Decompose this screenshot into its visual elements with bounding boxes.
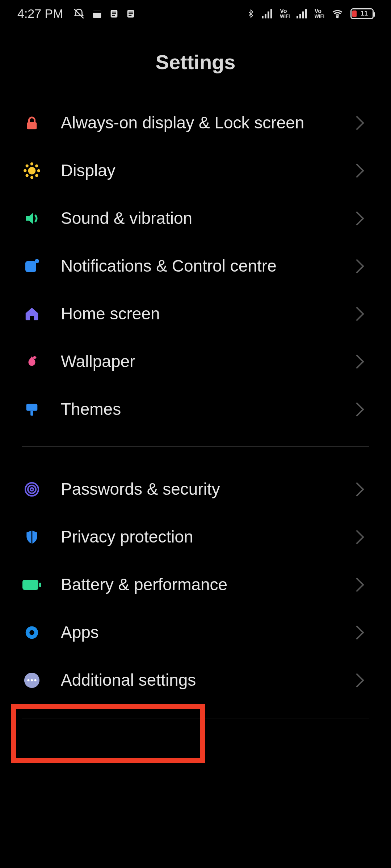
svg-point-32 [33, 356, 37, 359]
row-label: Wallpaper [61, 352, 333, 371]
mute-icon [73, 8, 85, 20]
row-sound-vibration[interactable]: Sound & vibration [22, 195, 369, 242]
vowifi1-icon: VoWiFi [280, 9, 290, 19]
sound-icon [22, 208, 42, 229]
chevron-right-icon [350, 530, 364, 544]
svg-rect-12 [265, 14, 266, 18]
row-label: Notifications & Control centre [61, 256, 333, 276]
row-label: Display [61, 161, 333, 180]
svg-rect-13 [268, 11, 269, 18]
status-right: VoWiFi VoWiFi 11 [247, 8, 374, 20]
svg-point-43 [27, 679, 29, 681]
page-title: Settings [0, 50, 391, 74]
sun-icon [22, 161, 42, 181]
doc-icon [109, 8, 119, 19]
status-bar: 4:27 PM VoWiFi VoWiFi [0, 0, 391, 25]
section-divider [22, 446, 369, 447]
svg-point-45 [34, 679, 37, 681]
settings-list: Always-on display & Lock screen Display … [0, 99, 391, 719]
signal1-icon [262, 9, 273, 19]
row-wallpaper[interactable]: Wallpaper [22, 338, 369, 386]
svg-point-36 [28, 485, 36, 493]
row-label: Additional settings [61, 670, 333, 690]
apps-icon [22, 622, 42, 643]
row-privacy-protection[interactable]: Privacy protection [22, 513, 369, 561]
svg-rect-16 [299, 14, 301, 18]
svg-rect-15 [297, 16, 298, 18]
home-icon [22, 304, 42, 324]
row-display[interactable]: Display [22, 147, 369, 195]
row-notifications[interactable]: Notifications & Control centre [22, 242, 369, 290]
row-label: Privacy protection [61, 527, 333, 547]
row-label: Home screen [61, 304, 333, 324]
row-passwords-security[interactable]: Passwords & security [22, 465, 369, 513]
svg-point-21 [28, 167, 36, 175]
svg-point-23 [31, 177, 33, 178]
themes-icon [22, 399, 42, 420]
row-label: Battery & performance [61, 575, 333, 595]
chevron-right-icon [350, 402, 364, 417]
svg-point-31 [35, 259, 39, 263]
chevron-right-icon [350, 354, 364, 369]
svg-point-37 [30, 488, 33, 491]
chevron-right-icon [350, 307, 364, 321]
row-home-screen[interactable]: Home screen [22, 290, 369, 338]
row-battery-performance[interactable]: Battery & performance [22, 561, 369, 609]
svg-point-25 [38, 170, 39, 171]
signal2-icon [297, 9, 308, 19]
svg-point-41 [29, 630, 34, 635]
svg-rect-39 [39, 583, 41, 587]
battery-percent: 11 [356, 10, 368, 17]
status-left: 4:27 PM [17, 7, 136, 21]
row-label: Always-on display & Lock screen [61, 113, 333, 133]
svg-rect-38 [22, 580, 38, 590]
svg-point-19 [337, 16, 338, 17]
svg-point-24 [24, 170, 26, 171]
svg-rect-6 [112, 15, 115, 16]
svg-point-27 [36, 175, 37, 176]
svg-rect-17 [302, 11, 304, 18]
row-label: Passwords & security [61, 479, 333, 499]
vowifi2-icon: VoWiFi [315, 9, 324, 19]
row-label: Sound & vibration [61, 208, 333, 228]
battery-indicator: 11 [350, 8, 374, 19]
svg-rect-20 [27, 122, 37, 129]
chevron-right-icon [350, 211, 364, 226]
wifi-icon [331, 8, 344, 19]
calendar-icon [92, 8, 102, 19]
svg-rect-11 [262, 16, 264, 18]
row-label: Apps [61, 622, 333, 642]
row-apps[interactable]: Apps [22, 609, 369, 656]
wallpaper-icon [22, 352, 42, 372]
svg-point-44 [31, 679, 33, 681]
chevron-right-icon [350, 625, 364, 640]
status-time: 4:27 PM [17, 7, 63, 21]
svg-point-28 [26, 175, 28, 176]
row-always-on-display[interactable]: Always-on display & Lock screen [22, 99, 369, 147]
svg-rect-33 [26, 404, 38, 411]
svg-rect-4 [112, 12, 116, 12]
svg-rect-18 [305, 9, 307, 18]
svg-rect-14 [270, 9, 272, 18]
svg-rect-2 [93, 10, 101, 13]
bluetooth-icon [247, 8, 255, 20]
svg-rect-8 [129, 12, 133, 12]
privacy-icon [22, 527, 42, 547]
svg-rect-9 [129, 13, 133, 14]
row-additional-settings[interactable]: Additional settings [22, 656, 369, 704]
lock-icon [22, 113, 42, 133]
svg-point-22 [31, 163, 33, 165]
section-divider-2 [22, 719, 369, 719]
fingerprint-icon [22, 479, 42, 499]
chevron-right-icon [350, 578, 364, 592]
more-icon [22, 670, 42, 690]
svg-point-29 [36, 165, 37, 167]
chevron-right-icon [350, 116, 364, 130]
doc2-icon [126, 8, 136, 19]
row-label: Themes [61, 399, 333, 419]
chevron-right-icon [350, 482, 364, 497]
battery-icon [22, 575, 42, 595]
row-themes[interactable]: Themes [22, 386, 369, 433]
svg-point-26 [26, 165, 28, 167]
svg-rect-30 [25, 261, 36, 272]
